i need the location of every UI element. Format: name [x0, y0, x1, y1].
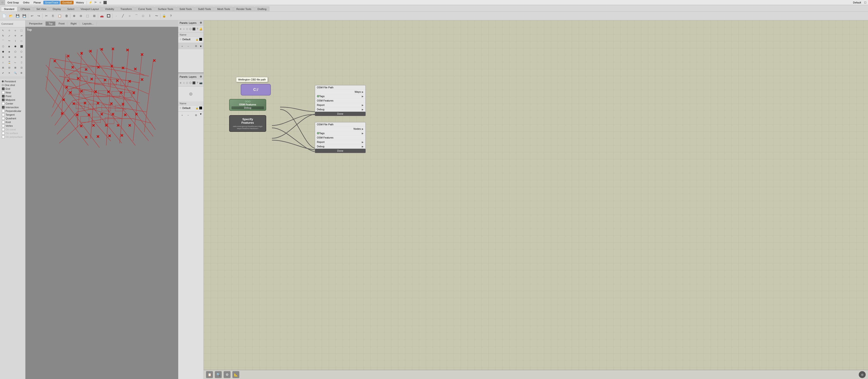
tab-standard[interactable]: Standard	[1, 6, 18, 11]
tool-arc[interactable]: ⌒	[133, 13, 140, 19]
tool-s3[interactable]: ⬢	[13, 44, 18, 49]
osnap-on-curve[interactable]: On curve	[2, 128, 23, 131]
panel-dropdown-2[interactable]: ▼	[199, 113, 202, 118]
tool-s4[interactable]: ⬛	[19, 44, 24, 49]
tool-polyline[interactable]: ⌇	[147, 13, 153, 19]
tool-zoom-all[interactable]: ⊞	[91, 13, 97, 19]
tool-m3[interactable]: ⬠	[13, 49, 18, 54]
tool-c1[interactable]: ⌒	[0, 38, 5, 43]
file-path-node[interactable]: C:/	[241, 84, 271, 96]
tool-line[interactable]: ╱	[120, 13, 126, 19]
tab-surface-tools[interactable]: Surface Tools	[155, 6, 176, 11]
osnap-midpoint[interactable]: Midpoint	[2, 98, 23, 102]
panel-remove-layer[interactable]: −	[186, 44, 191, 49]
tool-e2[interactable]: ⌛	[7, 60, 12, 65]
tool-paste[interactable]: 📋	[57, 13, 63, 19]
tool-save-as[interactable]: 💾	[21, 13, 28, 19]
osnap-intersection[interactable]: Intersection	[2, 105, 23, 109]
panel-3d-icon[interactable]: ⬡	[189, 26, 192, 31]
tool-g2[interactable]: ✕	[7, 70, 12, 75]
tool-m2[interactable]: ◈	[7, 49, 12, 54]
tool-freeform[interactable]: 〜	[153, 13, 160, 19]
panel-layers-icon[interactable]: ≡	[179, 26, 182, 31]
tool-help[interactable]: ?	[167, 13, 174, 19]
tool-g3[interactable]: 🔍	[13, 70, 18, 75]
tool-d4[interactable]: ⊚	[19, 54, 24, 60]
panel-box-icon-2[interactable]: □	[186, 80, 188, 85]
tool-circle[interactable]: ○	[126, 13, 133, 19]
tool-zoom-e[interactable]: ⊕	[71, 13, 77, 19]
tab-mesh-tools[interactable]: Mesh Tools	[214, 6, 233, 11]
panel-remove-layer-2[interactable]: −	[186, 113, 191, 118]
osnap-quadrant[interactable]: Quadrant	[2, 116, 23, 120]
panel-q-icon[interactable]: ?	[196, 26, 199, 31]
tab-render-tools[interactable]: Render Tools	[233, 6, 254, 11]
panel-add-layer[interactable]: +	[180, 44, 185, 49]
view-tab-layouts[interactable]: Layouts...	[80, 22, 97, 26]
panel-3d-icon-2[interactable]: ⬡	[189, 80, 192, 85]
tab-cplanes[interactable]: CPlanes	[18, 6, 33, 11]
tool-car[interactable]: 🚗	[99, 13, 105, 19]
tool-m4[interactable]: ⬡	[19, 49, 24, 54]
menu-gumball[interactable]: Gumball	[60, 1, 73, 4]
layers-panel-gear[interactable]: ⚙	[200, 21, 202, 24]
osnap-center[interactable]: Center	[2, 102, 23, 105]
tab-set-view[interactable]: Set View	[33, 6, 49, 11]
osnap-one-shot[interactable]: One shot	[2, 83, 23, 87]
tool-scale[interactable]: ⤢	[7, 33, 12, 38]
panel-dropdown[interactable]: ▼	[199, 45, 202, 48]
osnap-point[interactable]: Point	[2, 94, 23, 98]
tool-redo[interactable]: ↪	[35, 13, 42, 19]
tool-delete[interactable]: 🗑	[63, 13, 70, 19]
view-tab-perspective[interactable]: Perspective	[26, 22, 45, 26]
osnap-on-poly[interactable]: On polysurface	[2, 135, 23, 139]
gh-bottom-icon-3[interactable]: ⚙	[224, 371, 230, 378]
tool-copy[interactable]: ⎘	[50, 13, 56, 19]
tool-d2[interactable]: ⊗	[7, 54, 12, 60]
gh-bottom-icon-2[interactable]: 🔍	[215, 371, 222, 378]
osnap-end[interactable]: End	[2, 87, 23, 91]
tool-open[interactable]: 📂	[8, 13, 14, 19]
tab-visibility[interactable]: Visibility	[102, 6, 117, 11]
tool-cut[interactable]: ✂	[43, 13, 50, 19]
tool-window[interactable]: ⬚	[19, 28, 24, 33]
tool-undo[interactable]: ↩	[29, 13, 35, 19]
panel-layers-icon-2[interactable]: ≡	[179, 80, 182, 85]
panel-globe-icon-2[interactable]: ○	[182, 80, 185, 85]
rhino-logo[interactable]: □	[0, 0, 5, 5]
view-tab-top[interactable]: Top	[45, 22, 56, 26]
tool-rect[interactable]: □	[140, 13, 146, 19]
tool-c2[interactable]: 〜	[7, 38, 12, 43]
tab-subd-tools[interactable]: SubD Tools	[195, 6, 214, 11]
menu-grid-snap[interactable]: Grid Snap	[5, 1, 21, 4]
osnap-vertex[interactable]: Vertex	[2, 124, 23, 128]
tab-curve-tools[interactable]: Curve Tools	[135, 6, 155, 11]
tool-zoom-box[interactable]: ⬚	[84, 13, 91, 19]
osnap-tangent[interactable]: Tangent	[2, 113, 23, 116]
tool-f3[interactable]: ⊠	[13, 65, 18, 70]
tool-move[interactable]: ✛	[13, 33, 18, 38]
tab-transform[interactable]: Transform	[117, 6, 135, 11]
tool-s2[interactable]: ◉	[7, 44, 12, 49]
viewport-canvas[interactable]: Top	[26, 27, 178, 379]
menu-planar[interactable]: Planar	[32, 1, 43, 4]
tool-lock[interactable]: 🔒	[161, 13, 167, 19]
tool-s1[interactable]: ⬡	[0, 44, 5, 49]
tool-e4[interactable]: ⌷	[19, 60, 24, 65]
panel-screen-icon-2[interactable]: ⬛	[192, 80, 195, 85]
tool-e1[interactable]: ⌂	[0, 60, 5, 65]
tool-g1[interactable]: ✔	[0, 70, 5, 75]
specify-features-node[interactable]: SpecifyFeatures rails:emergency>healthca…	[229, 115, 266, 132]
tab-viewport-layout[interactable]: Viewport Layout	[78, 6, 102, 11]
gh-bottom-icon-4[interactable]: 📐	[232, 371, 239, 378]
tab-drafting[interactable]: Drafting	[255, 6, 270, 11]
panel-bell-icon[interactable]: 🔔	[199, 26, 203, 31]
panel-layer-settings[interactable]: ⚙	[193, 44, 198, 49]
tool-lasso[interactable]: ⌾	[13, 28, 18, 33]
panel-box-icon[interactable]: □	[186, 26, 188, 31]
tool-select-pts[interactable]: ⊹	[7, 28, 12, 33]
tool-g4[interactable]: ⚙	[19, 70, 24, 75]
panel-camera-icon[interactable]: 📷	[199, 80, 203, 85]
tool-select[interactable]: ↖	[0, 28, 5, 33]
tool-save[interactable]: 💾	[14, 13, 21, 19]
